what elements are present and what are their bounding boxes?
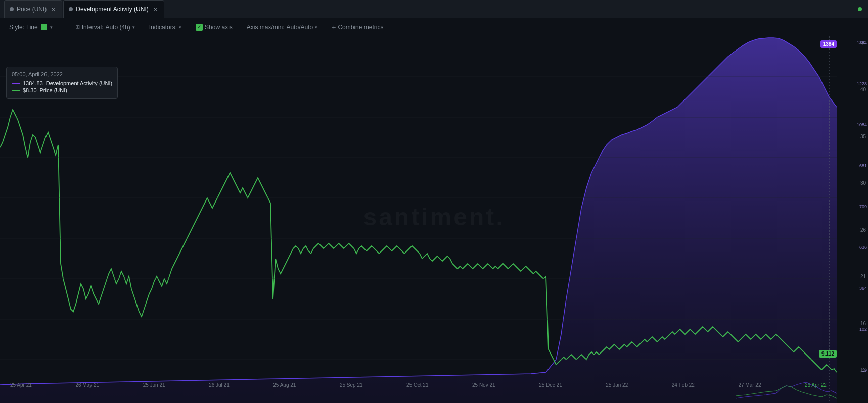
price-badge-top: 1384 [820, 40, 837, 48]
tab-indicator [10, 7, 14, 11]
x-label-oct21: 25 Oct 21 [406, 382, 428, 388]
x-label-jun21: 25 Jun 21 [143, 382, 165, 388]
status-dot [858, 7, 862, 11]
tooltip-dev-activity-value: 1384.83 [23, 80, 43, 86]
tab-dev-activity-label: Development Activity (UNI) [76, 6, 148, 13]
axis-maxmin-chevron: ▾ [315, 25, 317, 30]
price-badge-bottom: 9.112 [819, 350, 837, 358]
dev-y-709: 709 [840, 204, 867, 209]
indicators-label: Indicators: [149, 24, 177, 31]
style-value: Line [26, 24, 38, 31]
tab-bar: Price (UNI) ✕ Development Activity (UNI)… [0, 0, 868, 18]
interval-icon: ⊞ [75, 24, 80, 30]
tab-dev-activity-close[interactable]: ✕ [152, 6, 159, 13]
x-label-sep21: 25 Sep 21 [340, 382, 363, 388]
axis-maxmin-label: Axis max/min: [247, 24, 285, 31]
tab-bar-end [858, 7, 864, 11]
x-axis: 25 Apr 21 26 May 21 25 Jun 21 26 Jul 21 … [0, 382, 837, 388]
indicators-selector[interactable]: Indicators: ▾ [146, 22, 185, 33]
combine-metrics-label: Combine metrics [338, 24, 383, 31]
tab-dev-activity-uni[interactable]: Development Activity (UNI) ✕ [63, 0, 164, 18]
main-chart-svg [0, 36, 837, 403]
x-label-dec21: 25 Dec 21 [539, 382, 562, 388]
interval-chevron: ▾ [132, 25, 135, 30]
tab-dev-activity-indicator [69, 7, 73, 11]
axis-maxmin-selector[interactable]: Axis max/min: Auto/Auto ▾ [244, 22, 321, 33]
tooltip-dev-activity-line [12, 83, 20, 84]
tooltip-date: 05:00, April 26, 2022 [12, 71, 112, 77]
x-label-jan22: 25 Jan 22 [606, 382, 628, 388]
chart-container: santiment. 05:00, April 26, 2022 [0, 36, 868, 403]
separator-1 [64, 22, 64, 32]
dev-y-636: 636 [840, 245, 867, 250]
x-label-aug21: 25 Aug 21 [273, 382, 296, 388]
tooltip-price-row: $8.30 Price (UNI) [12, 87, 112, 93]
mini-chart [736, 381, 837, 401]
dev-y-1228: 1228 [840, 81, 867, 86]
tab-price-uni[interactable]: Price (UNI) ✕ [4, 0, 62, 18]
style-chevron: ▾ [50, 25, 53, 30]
axis-maxmin-value: Auto/Auto [287, 24, 313, 31]
dev-y-1084: 1084 [840, 122, 867, 127]
dev-y-1384: 1384 [840, 40, 867, 45]
style-label: Style: [9, 24, 24, 31]
tooltip-price-value: $8.30 [23, 87, 37, 93]
tooltip-price-label: Price (UNI) [40, 87, 67, 93]
x-label-apr21: 25 Apr 21 [10, 382, 32, 388]
tab-price-uni-close[interactable]: ✕ [50, 6, 57, 13]
toolbar: Style: Line ▾ ⊞ Interval: Auto (4h) ▾ In… [0, 18, 868, 36]
style-color-swatch [41, 24, 47, 30]
interval-selector[interactable]: ⊞ Interval: Auto (4h) ▾ [72, 22, 138, 33]
combine-metrics-button[interactable]: + Combine metrics [329, 21, 386, 33]
show-axis-checkbox[interactable]: ✓ [196, 24, 203, 31]
show-axis-label: Show axis [205, 24, 233, 31]
x-label-feb22: 24 Feb 22 [672, 382, 695, 388]
dev-y-19: 19 [840, 368, 867, 373]
tooltip-price-line [12, 90, 20, 91]
dev-y-364: 364 [840, 286, 867, 291]
interval-label: Interval: [82, 24, 104, 31]
plus-icon: + [332, 23, 336, 31]
indicators-chevron: ▾ [179, 25, 181, 30]
interval-value: Auto (4h) [105, 24, 130, 31]
show-axis-toggle[interactable]: ✓ Show axis [193, 22, 236, 33]
tooltip-dev-activity-row: 1384.83 Development Activity (UNI) [12, 80, 112, 86]
x-label-jul21: 26 Jul 21 [209, 382, 230, 388]
style-selector[interactable]: Style: Line ▾ [6, 22, 56, 33]
tab-price-uni-label: Price (UNI) [17, 6, 47, 13]
dev-y-681: 681 [840, 163, 867, 168]
x-label-may21: 26 May 21 [75, 382, 99, 388]
y-axis-dev-activity: 1384 1228 1084 681 709 636 364 102 19 [840, 36, 868, 403]
x-label-nov21: 25 Nov 21 [472, 382, 495, 388]
tooltip-dev-activity-label: Development Activity (UNI) [46, 80, 112, 86]
dev-y-102: 102 [840, 327, 867, 332]
tooltip: 05:00, April 26, 2022 1384.83 Developmen… [6, 67, 118, 99]
